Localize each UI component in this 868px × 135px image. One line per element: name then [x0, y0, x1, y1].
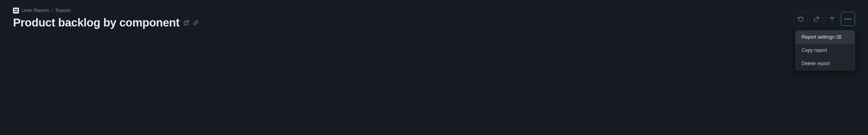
dropdown-menu: Report settings ⌫ Copy report Delete rep…: [795, 30, 855, 71]
toolbar: [794, 12, 855, 26]
cursor-indicator: ⌫: [835, 35, 842, 40]
svg-point-9: [845, 18, 846, 20]
svg-line-4: [186, 20, 188, 23]
dropdown-item-report-settings[interactable]: Report settings ⌫: [796, 31, 855, 44]
external-link-icon[interactable]: [183, 20, 189, 26]
more-button[interactable]: [841, 12, 855, 26]
filter-button[interactable]: [825, 12, 839, 26]
page-title-row: Product backlog by component: [13, 16, 855, 29]
refresh-button[interactable]: [794, 12, 808, 26]
share-button[interactable]: [809, 12, 824, 26]
svg-rect-2: [14, 11, 16, 12]
dropdown-item-copy-report[interactable]: Copy report: [796, 44, 855, 57]
breadcrumb-page[interactable]: Reports: [56, 8, 71, 13]
svg-rect-0: [14, 9, 16, 10]
breadcrumb-org[interactable]: Limbr Reports: [22, 8, 49, 13]
svg-point-11: [849, 18, 851, 20]
dropdown-item-delete-report[interactable]: Delete report: [796, 57, 855, 70]
page-title: Product backlog by component: [13, 16, 180, 29]
page-header: Limbr Reports / Reports Product backlog …: [0, 0, 868, 29]
link-icon[interactable]: [193, 20, 198, 26]
svg-rect-3: [16, 11, 18, 12]
org-logo: [13, 8, 19, 13]
svg-rect-1: [16, 9, 18, 10]
breadcrumb-separator: /: [52, 8, 53, 13]
breadcrumb: Limbr Reports / Reports: [13, 8, 855, 13]
svg-point-10: [847, 18, 849, 20]
